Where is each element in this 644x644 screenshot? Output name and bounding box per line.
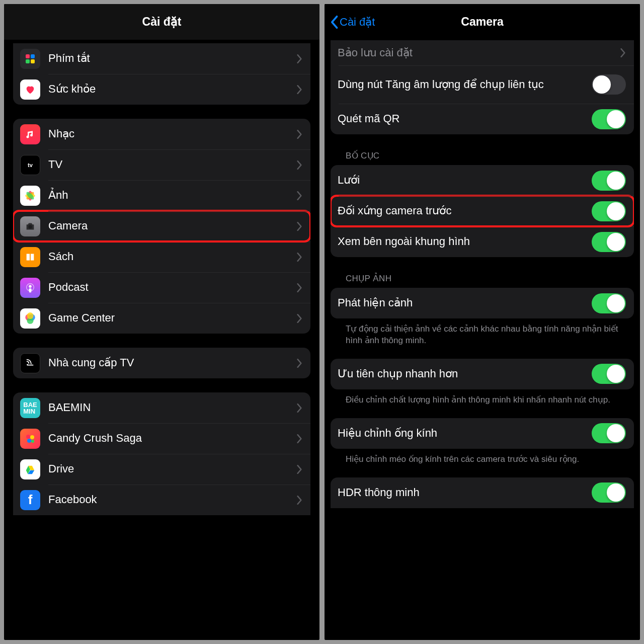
- row-tv[interactable]: tv TV: [13, 149, 310, 180]
- row-tvprovider[interactable]: Nhà cung cấp TV: [13, 348, 310, 378]
- chevron-right-icon: [296, 160, 302, 170]
- footnote-scene: Tự động cải thiện ảnh về các cảnh khác n…: [331, 318, 634, 349]
- camera-icon: [20, 216, 40, 236]
- chevron-right-icon: [296, 191, 302, 200]
- toggle-scene-detect[interactable]: [592, 293, 626, 313]
- row-label: Game Center: [48, 311, 296, 326]
- row-shortcuts[interactable]: Phím tắt: [13, 43, 310, 74]
- settings-group-2: Nhà cung cấp TV: [13, 348, 310, 378]
- row-outside-frame[interactable]: Xem bên ngoài khung hình: [331, 226, 634, 257]
- chevron-right-icon: [296, 314, 302, 323]
- camera-group-0: Bảo lưu cài đặt Dùng nút Tăng âm lượng đ…: [331, 40, 634, 134]
- row-label: Hiệu chỉnh ống kính: [338, 426, 592, 441]
- chevron-left-icon: [330, 15, 339, 29]
- row-label: Xem bên ngoài khung hình: [338, 234, 592, 249]
- chevron-right-icon: [620, 48, 626, 57]
- gamecenter-icon: [20, 308, 40, 329]
- chevron-right-icon: [296, 85, 302, 94]
- chevron-right-icon: [296, 404, 302, 413]
- row-label: Candy Crush Saga: [48, 431, 296, 446]
- facebook-icon: f: [20, 490, 40, 510]
- podcast-icon: [20, 278, 40, 298]
- chevron-right-icon: [296, 496, 302, 505]
- footnote-lens: Hiệu chỉnh méo ống kính trên các camera …: [331, 449, 634, 467]
- svg-point-19: [31, 440, 34, 443]
- row-label: Phát hiện cảnh: [338, 296, 592, 310]
- section-header-capture: CHỤP ẢNH: [331, 257, 634, 288]
- row-fast-shot[interactable]: Ưu tiên chụp nhanh hơn: [331, 359, 634, 389]
- toggle-volume-burst[interactable]: [592, 74, 626, 95]
- row-health[interactable]: Sức khỏe: [13, 74, 310, 105]
- row-label: Drive: [48, 462, 296, 476]
- svg-rect-3: [31, 59, 35, 63]
- svg-rect-2: [26, 59, 30, 63]
- row-smart-hdr[interactable]: HDR thông minh: [331, 477, 634, 508]
- svg-rect-1: [31, 54, 35, 58]
- row-camera[interactable]: Camera: [13, 211, 310, 242]
- tv-icon: tv: [20, 155, 40, 175]
- settings-body: Phím tắt Sức khỏe Nhạc tv TV: [4, 40, 319, 640]
- svg-rect-0: [26, 54, 30, 58]
- row-books[interactable]: Sách: [13, 242, 310, 272]
- footnote-fast: Điều chỉnh chất lượng hình ảnh thông min…: [331, 389, 634, 408]
- toggle-fast-shot[interactable]: [592, 364, 626, 384]
- baemin-icon: BAEMIN: [20, 398, 40, 418]
- shortcuts-icon: [20, 49, 40, 69]
- settings-header: Cài đặt: [4, 4, 319, 40]
- row-grid[interactable]: Lưới: [331, 165, 634, 196]
- row-label: Sức khỏe: [48, 82, 296, 97]
- music-icon: [20, 124, 40, 144]
- row-preserve[interactable]: Bảo lưu cài đặt: [331, 40, 634, 65]
- toggle-mirror[interactable]: [592, 201, 626, 221]
- row-photos[interactable]: Ảnh: [13, 180, 310, 211]
- row-volume-burst[interactable]: Dùng nút Tăng âm lượng để chụp liên tục: [331, 65, 634, 104]
- row-music[interactable]: Nhạc: [13, 119, 310, 149]
- row-podcast[interactable]: Podcast: [13, 272, 310, 303]
- settings-group-1: Nhạc tv TV Ảnh Camera: [13, 119, 310, 334]
- row-label: Nhà cung cấp TV: [48, 356, 296, 370]
- row-gamecenter[interactable]: Game Center: [13, 303, 310, 334]
- row-label: Sách: [48, 250, 296, 264]
- svg-point-16: [26, 435, 30, 439]
- toggle-lens-correction[interactable]: [592, 423, 626, 443]
- tvprovider-icon: [20, 353, 40, 373]
- camera-group-layout: Lưới Đối xứng camera trước Xem bên ngoài…: [331, 165, 634, 257]
- health-icon: [20, 79, 40, 100]
- settings-group-3: BAEMIN BAEMIN Candy Crush Saga Drive f: [13, 392, 310, 515]
- row-baemin[interactable]: BAEMIN BAEMIN: [13, 392, 310, 423]
- svg-point-8: [28, 225, 32, 228]
- row-candy[interactable]: Candy Crush Saga: [13, 423, 310, 454]
- row-label: Phím tắt: [48, 51, 296, 66]
- row-drive[interactable]: Drive: [13, 454, 310, 485]
- row-label: Podcast: [48, 280, 296, 295]
- books-icon: [20, 247, 40, 267]
- toggle-smart-hdr[interactable]: [592, 482, 626, 503]
- chevron-right-icon: [296, 434, 302, 443]
- row-facebook[interactable]: f Facebook: [13, 485, 310, 515]
- row-scene-detect[interactable]: Phát hiện cảnh: [331, 288, 634, 318]
- svg-point-15: [27, 364, 28, 365]
- candy-icon: [20, 429, 40, 449]
- chevron-right-icon: [296, 54, 302, 63]
- chevron-right-icon: [296, 253, 302, 262]
- camera-header: Cài đặt Camera: [325, 4, 640, 40]
- row-mirror[interactable]: Đối xứng camera trước: [331, 196, 634, 226]
- svg-point-17: [30, 435, 34, 439]
- settings-title: Cài đặt: [142, 15, 182, 29]
- chevron-right-icon: [296, 465, 302, 474]
- toggle-outside-frame[interactable]: [592, 232, 626, 252]
- row-label: Quét mã QR: [338, 112, 592, 126]
- camera-group-scene: Phát hiện cảnh: [331, 288, 634, 318]
- toggle-qr[interactable]: [592, 109, 626, 129]
- back-label: Cài đặt: [340, 16, 375, 29]
- back-button[interactable]: Cài đặt: [330, 15, 375, 29]
- row-label: Lưới: [338, 173, 592, 188]
- chevron-right-icon: [296, 130, 302, 139]
- row-label: Bảo lưu cài đặt: [338, 46, 620, 60]
- row-qr[interactable]: Quét mã QR: [331, 104, 634, 134]
- section-header-layout: BỐ CỤC: [331, 134, 634, 165]
- row-label: HDR thông minh: [338, 486, 592, 500]
- row-lens-correction[interactable]: Hiệu chỉnh ống kính: [331, 418, 634, 449]
- toggle-grid[interactable]: [592, 171, 626, 191]
- camera-settings-pane: Cài đặt Camera Bảo lưu cài đặt Dùng nút …: [325, 4, 640, 640]
